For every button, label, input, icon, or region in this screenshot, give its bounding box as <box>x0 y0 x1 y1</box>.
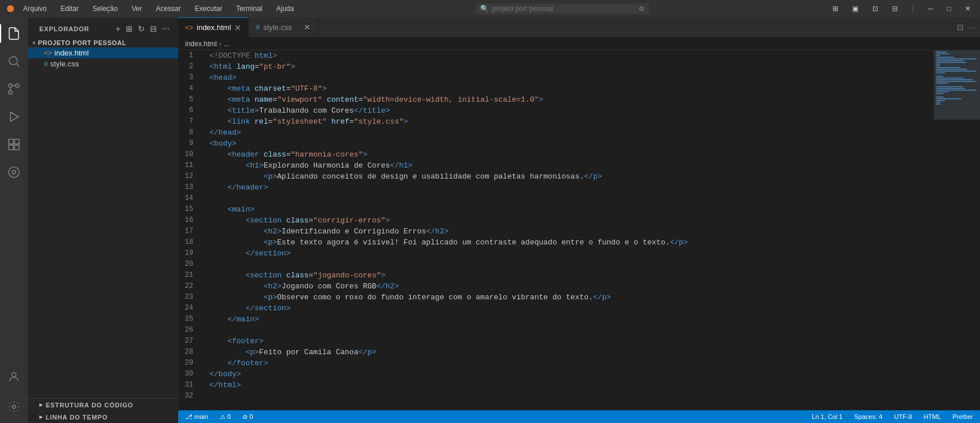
split-button[interactable]: ⊡ <box>868 3 883 14</box>
project-root[interactable]: ▾ PROJETO PORT PESSOAL <box>28 38 178 47</box>
line-number: 6 <box>178 105 198 116</box>
code-line[interactable]: <title>Trabalhando com Cores</title> <box>207 105 929 116</box>
more-actions-icon[interactable]: ··· <box>161 23 171 35</box>
new-file-icon[interactable]: + <box>115 23 122 35</box>
code-line[interactable]: <p>Aplicando conceitos de design e usabi… <box>207 171 929 182</box>
code-line[interactable]: <p>Este texto agora é visível! Foi aplic… <box>207 237 929 248</box>
split-editor-icon[interactable]: ⊡ <box>957 23 964 32</box>
extensions-activity-icon[interactable] <box>0 131 28 158</box>
file-index-html[interactable]: <> index.html <box>28 47 178 58</box>
cursor-position-status[interactable]: Ln 1, Col 1 <box>809 413 845 420</box>
refresh-icon[interactable]: ↻ <box>137 23 146 35</box>
collapse-icon[interactable]: ⊟ <box>149 23 159 35</box>
code-line[interactable]: </section> <box>207 248 929 259</box>
errors-status[interactable]: ⚠ 0 <box>218 413 233 421</box>
new-folder-icon[interactable]: ⊞ <box>124 23 134 35</box>
code-line[interactable]: <meta charset="UTF-8"> <box>207 83 929 94</box>
encoding-status[interactable]: UTF-8 <box>891 413 914 420</box>
breadcrumb-rest[interactable]: ... <box>224 40 230 48</box>
code-line[interactable]: <p>Feito por Camila Canoa</p> <box>207 347 929 358</box>
timeline-section[interactable]: ▸ LINHA DO TEMPO <box>28 411 178 423</box>
tab-spacer <box>318 17 952 37</box>
minimap-line <box>936 91 949 92</box>
menu-arquivo[interactable]: Arquivo <box>21 3 49 14</box>
code-line[interactable]: <section class="corrigir-erros"> <box>207 215 929 226</box>
editor-content[interactable]: 1234567891011121314151617181920212223242… <box>178 50 980 410</box>
line-number: 16 <box>178 215 198 226</box>
code-line[interactable] <box>207 259 929 270</box>
line-number: 15 <box>178 204 198 215</box>
structure-section[interactable]: ▸ ESTRUTURA DO CÓDIGO <box>28 399 178 411</box>
code-line[interactable]: </html> <box>207 380 929 391</box>
panel-button[interactable]: ▣ <box>848 3 863 14</box>
sidebar-actions[interactable]: + ⊞ ↻ ⊟ ··· <box>115 23 171 35</box>
file-style-css[interactable]: # style.css <box>28 58 178 69</box>
code-line[interactable]: <html lang="pt-br"> <box>207 61 929 72</box>
code-line[interactable]: <body> <box>207 138 929 149</box>
code-line[interactable]: <p>Observe como o roxo do fundo interage… <box>207 292 929 303</box>
maximize-button[interactable]: □ <box>942 3 956 14</box>
menu-bar[interactable]: Arquivo Editar Seleção Ver Acessar Execu… <box>21 3 296 14</box>
tab-close-index[interactable]: ✕ <box>234 23 241 32</box>
code-line[interactable]: <header class="harmonia-cores"> <box>207 149 929 160</box>
code-line[interactable]: </main> <box>207 314 929 325</box>
tab-style-css[interactable]: # style.css ✕ <box>249 17 318 37</box>
code-line[interactable]: <h2>Identificando e Corrigindo Erros</h2… <box>207 226 929 237</box>
code-line[interactable]: <h1>Explorando Harmonia de Cores</h1> <box>207 160 929 171</box>
tag-token: <header <box>227 149 263 160</box>
code-line[interactable]: <!DOCTYPE html> <box>207 50 929 61</box>
run-debug-activity-icon[interactable] <box>0 103 28 131</box>
menu-acessar[interactable]: Acessar <box>153 3 183 14</box>
code-line[interactable]: <h2>Jogando com Cores RGB</h2> <box>207 281 929 292</box>
code-line[interactable]: </header> <box>207 182 929 193</box>
status-bar: ⎇ main ⚠ 0 ⊘ 0 Ln 1, Col 1 Spaces: 4 UTF… <box>178 410 980 423</box>
tag-token: </title> <box>354 105 390 116</box>
minimize-button[interactable]: ─ <box>923 3 938 14</box>
tab-index-html[interactable]: <> index.html ✕ <box>178 17 249 37</box>
code-line[interactable] <box>207 193 929 204</box>
menu-ver[interactable]: Ver <box>129 3 144 14</box>
code-line[interactable]: </head> <box>207 127 929 138</box>
code-line[interactable]: </footer> <box>207 358 929 369</box>
search-activity-icon[interactable] <box>0 47 28 75</box>
code-editor[interactable]: <!DOCTYPE html><html lang="pt-br"><head>… <box>202 50 934 410</box>
menu-editar[interactable]: Editar <box>58 3 81 14</box>
close-button[interactable]: ✕ <box>960 3 975 14</box>
git-branch-status[interactable]: ⎇ main <box>183 413 211 421</box>
tag-token: </p> <box>670 237 688 248</box>
search-bar[interactable]: 🔍 ⚙ <box>476 3 649 14</box>
app-logo <box>7 5 14 12</box>
menu-terminal[interactable]: Terminal <box>234 3 264 14</box>
accounts-activity-icon[interactable] <box>0 363 28 391</box>
search-input[interactable] <box>492 5 635 13</box>
settings-activity-icon[interactable] <box>0 393 28 421</box>
code-line[interactable]: <section class="jogando-cores"> <box>207 270 929 281</box>
explorer-activity-icon[interactable] <box>0 20 28 47</box>
code-line[interactable] <box>207 391 929 402</box>
code-line[interactable]: <main> <box>207 204 929 215</box>
code-line[interactable] <box>207 325 929 336</box>
tab-close-style[interactable]: ✕ <box>304 23 311 32</box>
menu-executar[interactable]: Executar <box>193 3 224 14</box>
warnings-status[interactable]: ⊘ 0 <box>240 413 255 421</box>
breadcrumb-file[interactable]: index.html <box>185 40 217 48</box>
more-editor-icon[interactable]: ··· <box>968 23 975 32</box>
menu-ajuda[interactable]: Ajuda <box>274 3 297 14</box>
code-line[interactable]: </body> <box>207 369 929 380</box>
code-line[interactable]: <footer> <box>207 336 929 347</box>
code-line[interactable]: <meta name="viewport" content="width=dev… <box>207 94 929 105</box>
text-token: Jogando com Cores RGB <box>282 281 377 292</box>
layout-button[interactable]: ⊞ <box>828 3 843 14</box>
more-button[interactable]: ⊟ <box>887 3 902 14</box>
tag-token: <p> <box>245 347 259 358</box>
language-status[interactable]: HTML <box>922 413 944 420</box>
copilot-activity-icon[interactable] <box>0 158 28 186</box>
source-control-activity-icon[interactable] <box>0 75 28 103</box>
attr-token: class <box>286 270 309 281</box>
menu-selecao[interactable]: Seleção <box>90 3 120 14</box>
formatter-status[interactable]: Prettier <box>950 413 975 420</box>
code-line[interactable]: <head> <box>207 72 929 83</box>
code-line[interactable]: <link rel="stylesheet" href="style.css"> <box>207 116 929 127</box>
code-line[interactable]: </section> <box>207 303 929 314</box>
indentation-status[interactable]: Spaces: 4 <box>852 413 885 420</box>
